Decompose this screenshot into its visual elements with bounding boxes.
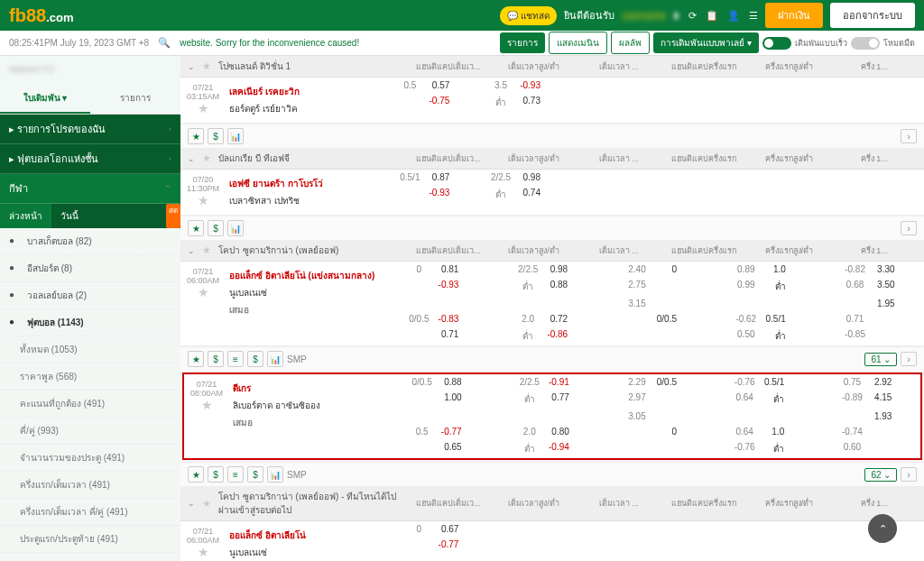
- star-icon[interactable]: ★: [202, 60, 211, 72]
- odds-cell[interactable]: ต่ำ0.77: [490, 391, 597, 407]
- odds-cell[interactable]: -0.85: [815, 328, 924, 344]
- odds-cell[interactable]: [560, 79, 651, 91]
- dollar-icon[interactable]: $: [247, 351, 263, 367]
- odds-cell[interactable]: -0.620.5/1: [706, 313, 815, 325]
- cash-icon[interactable]: $: [208, 466, 224, 483]
- odds-cell[interactable]: 0.71: [815, 313, 924, 325]
- odds-cell[interactable]: [560, 171, 651, 183]
- odds-cell[interactable]: -0.93: [379, 187, 470, 202]
- quick-bet-toggle[interactable]: [762, 37, 791, 50]
- odds-cell[interactable]: [488, 298, 597, 309]
- odds-cell[interactable]: -0.760.5/1: [706, 376, 813, 388]
- odds-cell[interactable]: -0.75: [379, 95, 470, 110]
- cash-icon[interactable]: $: [208, 351, 224, 367]
- tab-list[interactable]: รายการ: [500, 32, 545, 53]
- odds-cell[interactable]: [743, 187, 834, 202]
- sidebar-section-favorites[interactable]: ▸ รายการโปรดของฉัน›: [0, 115, 180, 144]
- odds-cell[interactable]: ต่ำ-0.86: [488, 328, 597, 344]
- fav-icon[interactable]: ★: [188, 220, 204, 236]
- odds-cell[interactable]: 2/2.50.98: [488, 263, 597, 275]
- menu-icon[interactable]: ☰: [749, 10, 758, 22]
- odds-cell[interactable]: 0/0.50.88: [383, 376, 490, 388]
- odds-cell[interactable]: [833, 95, 924, 110]
- star-icon[interactable]: ★: [198, 545, 209, 559]
- odds-cell[interactable]: 3.5-0.93: [470, 79, 561, 91]
- cash-icon[interactable]: $: [208, 220, 224, 236]
- odds-cell[interactable]: 0: [597, 426, 705, 437]
- sidebar-subtab-today[interactable]: วันนี้: [51, 204, 88, 228]
- sidebar-tab-betslip[interactable]: ใบเดิมพัน ▾: [0, 84, 90, 114]
- league-header[interactable]: ⌄★โคปา ซูดามริกาน่า (เพลย์ออฟ)แฮนดิแคปเต…: [180, 240, 924, 262]
- odds-cell[interactable]: 0/0.5-0.83: [379, 313, 488, 325]
- chat-button[interactable]: 💬 แชทสด: [500, 6, 557, 25]
- sidebar-item[interactable]: ●บาสเก็ตบอล (82): [0, 228, 180, 255]
- league-header[interactable]: ⌄★โปซแลนด์ ดิวิชั่น 1แฮนดิแคปเต็มเว...เต…: [180, 56, 924, 78]
- odds-cell[interactable]: -0.823.30: [815, 263, 924, 275]
- expand-arrow[interactable]: ›: [901, 352, 917, 366]
- odds-cell[interactable]: [560, 95, 651, 110]
- odds-cell[interactable]: 0.683.50: [815, 279, 924, 294]
- odds-cell[interactable]: -0.894.15: [813, 391, 920, 407]
- odds-cell[interactable]: 2.97: [597, 391, 705, 407]
- odds-cell[interactable]: [597, 328, 707, 344]
- odds-cell[interactable]: 0.5-0.77: [383, 426, 490, 437]
- odds-cell[interactable]: [651, 171, 743, 183]
- expand-arrow[interactable]: ›: [901, 467, 917, 482]
- sidebar-item[interactable]: คะแนนที่ถูกต้อง (491): [0, 391, 180, 418]
- odds-cell[interactable]: ต่ำ-0.94: [490, 441, 597, 456]
- odds-cell[interactable]: 0.71: [379, 328, 488, 344]
- odds-cell[interactable]: [597, 538, 707, 550]
- odds-cell[interactable]: 2/2.5-0.91: [490, 376, 597, 388]
- logo[interactable]: fb88.com: [9, 5, 73, 26]
- deposit-button[interactable]: ฝากเงิน: [765, 3, 823, 28]
- fav-icon[interactable]: ★: [188, 351, 204, 367]
- odds-cell[interactable]: 0.891.0: [706, 263, 815, 275]
- stats-icon[interactable]: 📊: [267, 351, 283, 367]
- odds-cell[interactable]: [706, 410, 813, 422]
- odds-cell[interactable]: 2.00.80: [490, 426, 597, 437]
- fav-icon[interactable]: ★: [188, 128, 204, 144]
- odds-cell[interactable]: 2.290/0.5: [597, 376, 705, 388]
- odds-cell[interactable]: 0.99ต่ำ: [706, 279, 815, 294]
- more-bets-count[interactable]: 62 ⌄: [864, 468, 897, 482]
- sidebar-section-sports[interactable]: กีฬา⌃: [0, 174, 180, 204]
- star-icon[interactable]: ★: [201, 398, 213, 412]
- star-icon[interactable]: ★: [198, 101, 209, 115]
- odds-cell[interactable]: 0.5/10.87: [379, 171, 470, 183]
- odds-cell[interactable]: [833, 79, 924, 91]
- sidebar-item[interactable]: ●อีสปอร์ต (8): [0, 255, 180, 282]
- more-bets-count[interactable]: 61 ⌄: [864, 353, 897, 366]
- sidebar-item[interactable]: มิกซ์ พาร์เลย์ (766): [0, 553, 180, 561]
- odds-cell[interactable]: [743, 79, 834, 91]
- dollar-icon[interactable]: $: [247, 466, 263, 483]
- stats-icon[interactable]: 📊: [227, 128, 244, 144]
- odds-cell[interactable]: [651, 95, 743, 110]
- odds-cell[interactable]: 2.400: [597, 263, 707, 275]
- odds-cell[interactable]: -0.76ต่ำ: [706, 441, 813, 456]
- odds-cell[interactable]: 0.641.0: [706, 426, 813, 437]
- list-icon[interactable]: ≡: [227, 351, 244, 367]
- fav-icon[interactable]: ★: [188, 466, 204, 483]
- odds-cell[interactable]: 1.00: [383, 391, 490, 407]
- odds-cell[interactable]: ต่ำ0.74: [470, 187, 561, 202]
- odds-cell[interactable]: 00.67: [379, 523, 488, 535]
- sidebar-item[interactable]: ●วอลเลย์บอล (2): [0, 282, 180, 309]
- odds-cell[interactable]: 0.752.92: [813, 376, 920, 388]
- odds-cell[interactable]: [560, 187, 651, 202]
- tab-display[interactable]: แสดงเมนิน: [549, 32, 607, 54]
- odds-cell[interactable]: [488, 523, 597, 535]
- sidebar-tab-list[interactable]: รายการ: [90, 84, 180, 114]
- odds-cell[interactable]: 0.50.57: [379, 79, 470, 91]
- tab-results[interactable]: ผลลัพ: [611, 32, 650, 54]
- stats-icon[interactable]: 📊: [227, 220, 244, 236]
- sidebar-section-top[interactable]: ▸ ฟุตบอลโอกแห่งชั้น›: [0, 144, 180, 174]
- odds-cell[interactable]: 1.95: [815, 298, 924, 309]
- odds-cell[interactable]: [743, 95, 834, 110]
- logout-button[interactable]: ออกจากระบบ: [830, 3, 915, 28]
- odds-cell[interactable]: [833, 187, 924, 202]
- sidebar-item[interactable]: จำนวนรวมของประตู (491): [0, 445, 180, 472]
- odds-cell[interactable]: 0.65: [383, 441, 490, 456]
- odds-cell[interactable]: 0/0.5: [597, 313, 707, 325]
- dark-mode-toggle[interactable]: [851, 37, 880, 50]
- star-icon[interactable]: ★: [202, 152, 211, 164]
